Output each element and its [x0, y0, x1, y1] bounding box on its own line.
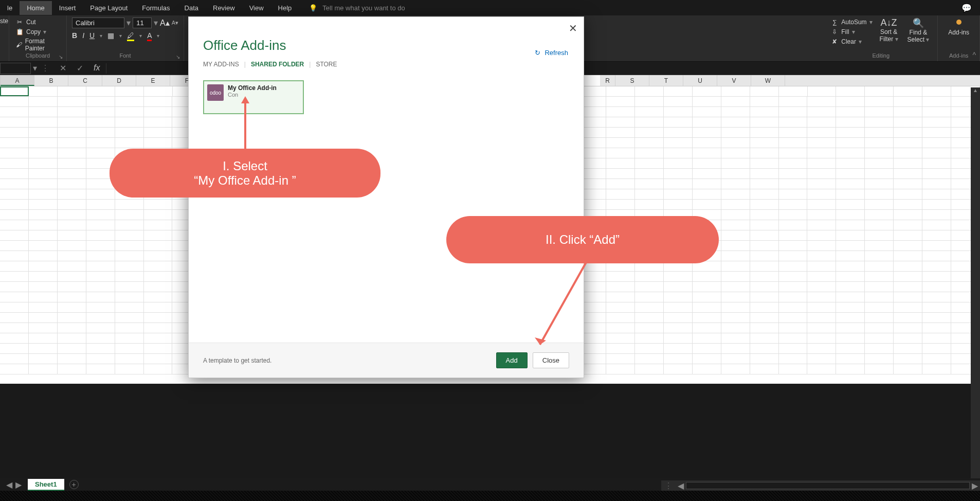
cell[interactable]: [693, 97, 721, 106]
sheet-tab[interactable]: Sheet1: [28, 479, 64, 491]
cell[interactable]: [664, 138, 693, 148]
cell[interactable]: [894, 128, 922, 137]
cell[interactable]: [721, 169, 750, 178]
cell[interactable]: [922, 302, 951, 312]
cell[interactable]: [894, 292, 922, 302]
cell[interactable]: [779, 189, 808, 199]
cell[interactable]: [664, 189, 693, 199]
cell[interactable]: [115, 333, 144, 343]
cell[interactable]: [750, 128, 779, 137]
cell[interactable]: [865, 138, 894, 148]
cell[interactable]: [58, 179, 86, 189]
cell[interactable]: [58, 230, 86, 240]
cell[interactable]: [865, 210, 894, 220]
cell[interactable]: [807, 282, 836, 292]
cell[interactable]: [779, 282, 808, 292]
cell[interactable]: [865, 261, 894, 271]
cell[interactable]: [922, 251, 951, 261]
cell[interactable]: [750, 86, 779, 96]
cell[interactable]: [115, 323, 144, 333]
cell[interactable]: [635, 107, 664, 117]
cell[interactable]: [865, 333, 894, 343]
cell[interactable]: [779, 323, 808, 333]
cell[interactable]: [894, 251, 922, 261]
cell[interactable]: [721, 323, 750, 333]
cell[interactable]: [922, 261, 951, 271]
cell[interactable]: [836, 189, 865, 199]
cell[interactable]: [779, 158, 808, 168]
cancel-formula-icon[interactable]: ✕: [60, 63, 66, 73]
cell[interactable]: [144, 97, 173, 106]
tab-my-addins[interactable]: MY ADD-INS: [203, 61, 239, 68]
menu-formulas[interactable]: Formulas: [135, 1, 177, 15]
cell[interactable]: [807, 189, 836, 199]
cell[interactable]: [0, 333, 29, 343]
cell[interactable]: [721, 241, 750, 251]
comments-icon[interactable]: 💬: [961, 3, 972, 13]
cell[interactable]: [29, 128, 58, 137]
chevron-down-icon[interactable]: ▾: [126, 18, 131, 28]
cell[interactable]: [922, 189, 951, 199]
cell[interactable]: [664, 323, 693, 333]
cut-button[interactable]: ✂Cut: [14, 17, 61, 27]
cell[interactable]: [807, 117, 836, 127]
cell[interactable]: [779, 251, 808, 261]
cell[interactable]: [807, 128, 836, 137]
cell[interactable]: [58, 323, 86, 333]
cell[interactable]: [721, 272, 750, 281]
cell[interactable]: [807, 148, 836, 158]
cell[interactable]: [144, 86, 173, 96]
cell[interactable]: [58, 189, 86, 199]
cell[interactable]: [779, 272, 808, 281]
cell[interactable]: [721, 107, 750, 117]
cell[interactable]: [115, 354, 144, 364]
cell[interactable]: [721, 364, 750, 374]
cell[interactable]: [922, 138, 951, 148]
cell[interactable]: [836, 292, 865, 302]
cell[interactable]: [693, 302, 721, 312]
cell[interactable]: [664, 313, 693, 323]
cell[interactable]: [606, 200, 635, 209]
cell[interactable]: [115, 200, 144, 209]
cell[interactable]: [144, 313, 173, 323]
tell-me-search[interactable]: 💡 Tell me what you want to do: [309, 4, 405, 12]
cell[interactable]: [693, 344, 721, 353]
cell[interactable]: [29, 364, 58, 374]
cell[interactable]: [115, 261, 144, 271]
cell[interactable]: [115, 302, 144, 312]
cell[interactable]: [29, 210, 58, 220]
cell[interactable]: [606, 354, 635, 364]
cell[interactable]: [750, 364, 779, 374]
cell[interactable]: [750, 230, 779, 240]
cell[interactable]: [779, 354, 808, 364]
cell[interactable]: [29, 302, 58, 312]
cell[interactable]: [606, 158, 635, 168]
collapse-ribbon-button[interactable]: ^: [972, 51, 976, 59]
cell[interactable]: [664, 302, 693, 312]
cell[interactable]: [865, 107, 894, 117]
cell[interactable]: [86, 302, 115, 312]
cell[interactable]: [750, 272, 779, 281]
cell[interactable]: [115, 117, 144, 127]
cell[interactable]: [779, 241, 808, 251]
cell[interactable]: [922, 313, 951, 323]
cell[interactable]: [922, 364, 951, 374]
addins-button[interactable]: Add-ins: [943, 17, 974, 38]
cell[interactable]: [0, 364, 29, 374]
fill-color-button[interactable]: 🖊: [127, 31, 134, 40]
cell[interactable]: [86, 333, 115, 343]
cell[interactable]: [721, 189, 750, 199]
chevron-down-icon[interactable]: ▾: [157, 33, 159, 39]
cell[interactable]: [58, 241, 86, 251]
cell[interactable]: [865, 313, 894, 323]
cell[interactable]: [922, 241, 951, 251]
cell[interactable]: [693, 333, 721, 343]
cell[interactable]: [29, 292, 58, 302]
col-header[interactable]: C: [68, 75, 102, 86]
cell[interactable]: [693, 354, 721, 364]
cell[interactable]: [721, 148, 750, 158]
cell[interactable]: [664, 117, 693, 127]
cell[interactable]: [115, 251, 144, 261]
cell[interactable]: [807, 107, 836, 117]
chevron-down-icon[interactable]: ▾: [139, 33, 142, 39]
